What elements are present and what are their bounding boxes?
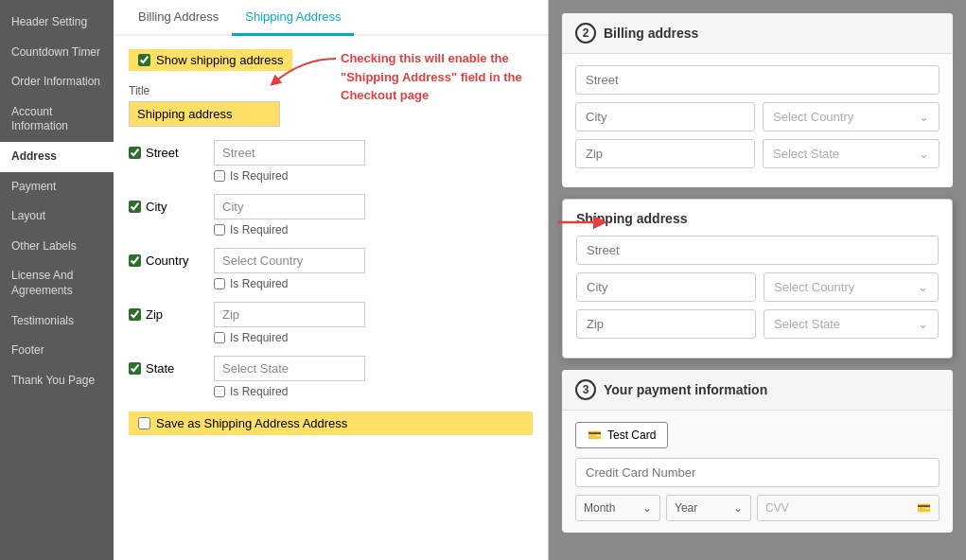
settings-content: Show shipping address Checking this will… bbox=[114, 36, 548, 448]
chevron-down-icon: ⌄ bbox=[733, 501, 743, 515]
year-select[interactable]: Year ⌄ bbox=[666, 495, 751, 521]
sidebar-item-order-information[interactable]: Order Information bbox=[0, 67, 114, 97]
payment-row: Month ⌄ Year ⌄ CVV 💳 bbox=[575, 495, 940, 521]
sidebar-item-account-information[interactable]: Account Information bbox=[0, 97, 114, 142]
zip-required-checkbox[interactable] bbox=[214, 332, 225, 343]
shipping-country-select[interactable]: Select Country ⌄ bbox=[764, 272, 939, 302]
shipping-street-input[interactable] bbox=[576, 236, 939, 265]
state-check-label[interactable]: State bbox=[129, 361, 204, 376]
billing-section-body: Select Country ⌄ Select State ⌄ bbox=[562, 54, 953, 187]
sidebar-item-header-setting[interactable]: Header Setting bbox=[0, 8, 114, 38]
country-input-group: Is Required bbox=[214, 248, 365, 290]
save-shipping-row: Save as Shipping Address Address bbox=[129, 411, 533, 435]
sidebar-item-testimonials[interactable]: Testimonials bbox=[0, 306, 114, 337]
billing-zip-state-row: Select State ⌄ bbox=[575, 139, 940, 168]
sidebar-item-other-labels[interactable]: Other Labels bbox=[0, 232, 114, 262]
field-row-zip: Zip Is Required bbox=[129, 302, 533, 344]
sidebar-item-thank-you-page[interactable]: Thank You Page bbox=[0, 366, 114, 396]
billing-country-select[interactable]: Select Country ⌄ bbox=[763, 102, 940, 131]
save-shipping-checkbox[interactable] bbox=[138, 417, 150, 429]
chevron-down-icon: ⌄ bbox=[642, 501, 652, 515]
sidebar-item-layout[interactable]: Layout bbox=[0, 201, 114, 232]
city-required-check[interactable]: Is Required bbox=[214, 223, 365, 236]
payment-section-num: 3 bbox=[575, 379, 596, 400]
field-row-country: Country Is Required bbox=[129, 248, 533, 290]
shipping-popup: Shipping address Select Country ⌄ Select… bbox=[562, 199, 953, 359]
tab-billing-address[interactable]: Billing Address bbox=[125, 0, 232, 36]
zip-input[interactable] bbox=[214, 302, 365, 327]
sidebar-item-countdown-timer[interactable]: Countdown Timer bbox=[0, 38, 114, 68]
street-required-checkbox[interactable] bbox=[214, 170, 225, 182]
address-tabs: Billing Address Shipping Address bbox=[114, 0, 548, 36]
main-content: Billing Address Shipping Address Show sh… bbox=[114, 0, 966, 560]
credit-card-icon: 💳 bbox=[917, 501, 931, 515]
billing-city-country-row: Select Country ⌄ bbox=[575, 102, 940, 131]
shipping-zip-input[interactable] bbox=[576, 309, 756, 339]
zip-checkbox[interactable] bbox=[129, 308, 141, 321]
chevron-down-icon: ⌄ bbox=[918, 280, 928, 294]
show-shipping-checkbox[interactable] bbox=[138, 54, 150, 66]
country-required-checkbox[interactable] bbox=[214, 278, 225, 289]
country-input[interactable] bbox=[214, 248, 365, 273]
payment-section-header: 3 Your payment information bbox=[562, 370, 953, 411]
settings-panel: Billing Address Shipping Address Show sh… bbox=[114, 0, 549, 560]
chevron-down-icon: ⌄ bbox=[919, 110, 929, 124]
billing-section-title: Billing address bbox=[604, 26, 698, 41]
billing-city-input[interactable] bbox=[575, 102, 755, 131]
chevron-down-icon: ⌄ bbox=[919, 147, 929, 161]
payment-section-title: Your payment information bbox=[604, 382, 767, 397]
country-check-label[interactable]: Country bbox=[129, 254, 204, 268]
test-card-button[interactable]: 💳 Test Card bbox=[575, 422, 668, 448]
shipping-zip-state-row: Select State ⌄ bbox=[576, 309, 939, 339]
billing-zip-input[interactable] bbox=[575, 139, 755, 168]
street-required-check[interactable]: Is Required bbox=[214, 169, 365, 183]
cvv-field[interactable]: CVV 💳 bbox=[757, 495, 940, 521]
shipping-state-select[interactable]: Select State ⌄ bbox=[764, 309, 939, 339]
payment-section-body: 💳 Test Card Month ⌄ Year ⌄ CVV 💳 bbox=[562, 411, 953, 533]
city-input[interactable] bbox=[214, 194, 365, 219]
sidebar-item-address[interactable]: Address bbox=[0, 142, 114, 172]
sidebar-item-footer[interactable]: Footer bbox=[0, 336, 114, 366]
preview-panel: 2 Billing address Select Country ⌄ Selec… bbox=[549, 0, 966, 560]
annotation-text: Checking this will enable the "Shipping … bbox=[341, 49, 530, 105]
chevron-down-icon: ⌄ bbox=[918, 317, 928, 331]
state-required-check[interactable]: Is Required bbox=[214, 385, 365, 398]
sidebar-item-license[interactable]: License And Agreements bbox=[0, 261, 114, 306]
shipping-city-country-row: Select Country ⌄ bbox=[576, 272, 939, 302]
credit-card-icon: 💳 bbox=[588, 429, 602, 442]
city-required-checkbox[interactable] bbox=[214, 224, 225, 236]
sidebar: Header Setting Countdown Timer Order Inf… bbox=[0, 0, 114, 560]
credit-card-input[interactable] bbox=[575, 458, 940, 487]
city-input-group: Is Required bbox=[214, 194, 365, 236]
field-row-city: City Is Required bbox=[129, 194, 533, 236]
state-input[interactable] bbox=[214, 356, 365, 381]
field-row-street: Street Is Required bbox=[129, 140, 533, 183]
month-select[interactable]: Month ⌄ bbox=[575, 495, 660, 521]
billing-section-num: 2 bbox=[575, 23, 596, 44]
shipping-city-input[interactable] bbox=[576, 272, 756, 302]
shipping-popup-title: Shipping address bbox=[576, 211, 939, 226]
city-check-label[interactable]: City bbox=[129, 200, 204, 214]
country-required-check[interactable]: Is Required bbox=[214, 277, 365, 290]
billing-section-header: 2 Billing address bbox=[562, 13, 953, 54]
billing-street-input[interactable] bbox=[575, 65, 940, 95]
state-checkbox[interactable] bbox=[129, 362, 141, 375]
sidebar-item-payment[interactable]: Payment bbox=[0, 172, 114, 202]
zip-input-group: Is Required bbox=[214, 302, 365, 344]
zip-check-label[interactable]: Zip bbox=[129, 307, 204, 322]
billing-section: 2 Billing address Select Country ⌄ Selec… bbox=[562, 13, 953, 187]
payment-section: 3 Your payment information 💳 Test Card M… bbox=[562, 370, 953, 533]
street-check-label[interactable]: Street bbox=[129, 146, 204, 160]
tab-shipping-address[interactable]: Shipping Address bbox=[232, 0, 354, 36]
save-shipping-label[interactable]: Save as Shipping Address Address bbox=[129, 411, 533, 435]
city-checkbox[interactable] bbox=[129, 201, 141, 213]
state-input-group: Is Required bbox=[214, 356, 365, 398]
street-input[interactable] bbox=[214, 140, 365, 166]
street-input-group: Is Required bbox=[214, 140, 365, 183]
title-input[interactable] bbox=[129, 101, 280, 127]
country-checkbox[interactable] bbox=[129, 254, 141, 267]
street-checkbox[interactable] bbox=[129, 147, 141, 159]
zip-required-check[interactable]: Is Required bbox=[214, 331, 365, 344]
state-required-checkbox[interactable] bbox=[214, 386, 225, 397]
billing-state-select[interactable]: Select State ⌄ bbox=[763, 139, 940, 168]
